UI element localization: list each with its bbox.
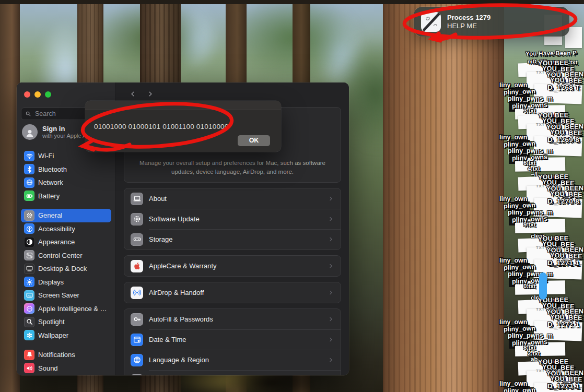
chevron-right-icon xyxy=(328,236,334,243)
settings-row-label: About xyxy=(149,195,167,203)
history-nav xyxy=(129,90,155,98)
notification-title: Process 1279 xyxy=(447,14,490,22)
sidebar-item-label: Wi-Fi xyxy=(38,152,54,160)
sidebar-item-bluetooth[interactable]: Bluetooth xyxy=(21,163,111,176)
wifi-tile xyxy=(24,151,34,161)
key-tile xyxy=(131,313,143,326)
binary-alert-dialog: 01001000 01000101 01001100 01010000 OK xyxy=(85,101,281,152)
chevron-right-icon xyxy=(328,289,334,296)
dialog-titlebar xyxy=(85,101,281,110)
notification-body: HELP ME xyxy=(447,22,490,30)
sidebar-item-general[interactable]: General xyxy=(21,209,111,222)
sign-in-text: Sign in with your Apple A xyxy=(42,125,86,139)
settings-row-label: Software Update xyxy=(149,215,200,223)
appearance-icon xyxy=(26,238,33,246)
sidebar-item-screen-saver[interactable]: Screen Saver xyxy=(21,289,111,302)
appearance-tile xyxy=(24,237,34,247)
sidebar-item-control-center[interactable]: Control Center xyxy=(21,249,111,263)
ok-button[interactable]: OK xyxy=(238,135,270,146)
settings-row-software-update[interactable]: Software Update xyxy=(124,209,341,229)
window-controls xyxy=(24,91,51,98)
settings-row-storage[interactable]: Storage xyxy=(124,229,341,250)
sign-in-row[interactable]: Sign in with your Apple A xyxy=(22,124,86,140)
minimize-button[interactable] xyxy=(34,91,41,98)
settings-row-about[interactable]: About xyxy=(124,188,341,209)
close-button[interactable] xyxy=(24,91,30,98)
sidebar-item-label: Network xyxy=(38,179,63,186)
settings-row-label: AppleCare & Warranty xyxy=(149,262,217,270)
sidebar-item-battery[interactable]: Battery xyxy=(21,189,111,203)
speaker-tile xyxy=(24,363,34,373)
sun-icon xyxy=(26,278,33,286)
sidebar-nav: Wi-FiBluetoothNetworkBatteryGeneralAcces… xyxy=(21,149,111,375)
chevron-right-icon xyxy=(328,236,334,243)
laptop-icon xyxy=(133,194,142,203)
sidebar-item-network[interactable]: Network xyxy=(21,176,111,189)
settings-card: AppleCare & Warranty xyxy=(124,255,341,277)
drive-tile xyxy=(131,233,143,246)
sidebar-item-desktop-dock[interactable]: Desktop & Dock xyxy=(21,262,111,276)
accessibility-icon xyxy=(26,225,33,233)
globe-icon xyxy=(26,179,33,186)
chevron-right-icon xyxy=(328,316,334,323)
sidebar-group: NotificationsSound xyxy=(21,348,111,375)
chevron-right-icon xyxy=(328,336,334,343)
notification-text: Process 1279 HELP ME xyxy=(447,14,490,30)
flower-icon xyxy=(26,331,33,339)
sidebar-item-displays[interactable]: Displays xyxy=(21,276,111,289)
pwned-file-cascade: You Have Been PmD_TZzvneouLtxtTXTTXTYOU … xyxy=(499,4,584,392)
gear-icon xyxy=(133,215,142,223)
drive-icon xyxy=(133,235,142,244)
chevron-right-icon xyxy=(328,316,334,323)
frame-icon xyxy=(26,291,33,299)
bell-tile xyxy=(24,350,34,360)
chevron-right-icon xyxy=(328,216,334,222)
sidebar-item-wallpaper[interactable]: Wallpaper xyxy=(21,329,111,342)
sidebar-item-label: Screen Saver xyxy=(38,291,79,299)
zoom-button[interactable] xyxy=(45,91,51,98)
sidebar-item-apple-intelligence-siri[interactable]: Apple Intelligence & Siri xyxy=(21,302,111,316)
forward-icon[interactable] xyxy=(146,90,155,98)
gear-icon xyxy=(26,211,33,219)
settings-row-label: AirDrop & Handoff xyxy=(149,289,204,296)
toggles-icon xyxy=(26,252,33,259)
settings-card: AboutSoftware UpdateStorage xyxy=(124,188,341,250)
settings-groups: AboutSoftware UpdateStorageAppleCare & W… xyxy=(124,188,341,375)
bell-icon xyxy=(26,351,33,359)
cascade-text: 3.txt xyxy=(523,108,536,114)
globegrid-icon xyxy=(133,355,142,364)
back-icon[interactable] xyxy=(129,90,137,98)
window-tile xyxy=(24,264,34,274)
settings-row-airdrop-handoff[interactable]: AirDrop & Handoff xyxy=(124,282,341,303)
sidebar-group: GeneralAccessibilityAppearanceControl Ce… xyxy=(21,209,111,342)
sign-in-subtitle: with your Apple A xyxy=(42,133,86,139)
sun-tile xyxy=(24,277,34,287)
airdrop-icon xyxy=(133,288,142,297)
sidebar-item-label: Apple Intelligence & Siri xyxy=(38,305,108,313)
settings-row-label: Storage xyxy=(149,235,173,243)
settings-row-date-time[interactable]: Date & Time xyxy=(124,329,341,350)
sidebar-item-notifications[interactable]: Notifications xyxy=(21,348,111,362)
desktop-screen: You Have Been PmD_TZzvneouLtxtTXTTXTYOU … xyxy=(0,0,584,392)
settings-row-autofill-passwords[interactable]: AutoFill & Passwords xyxy=(124,309,341,329)
sidebar-item-label: Control Center xyxy=(38,252,83,259)
battery-icon xyxy=(26,192,33,200)
cascade-text: D_1271 1 xyxy=(547,259,579,267)
sidebar-item-sound[interactable]: Sound xyxy=(21,362,111,375)
sidebar-item-accessibility[interactable]: Accessibility xyxy=(21,222,111,236)
settings-row-language-region[interactable]: Language & Region xyxy=(124,350,341,370)
apple-icon xyxy=(133,262,142,270)
blue-fragment xyxy=(539,272,547,300)
chevron-right-icon xyxy=(328,263,334,269)
settings-card: AirDrop & Handoff xyxy=(124,282,341,303)
sign-in-title: Sign in xyxy=(42,125,86,133)
key-icon xyxy=(133,315,142,324)
settings-row-login-items-extensions[interactable]: Login Items & Extensions xyxy=(124,370,341,375)
sidebar-item-appearance[interactable]: Appearance xyxy=(21,235,111,249)
settings-row-label: Language & Region xyxy=(149,356,209,364)
cascade-text: D_1272 1 xyxy=(547,320,579,328)
sidebar-item-spotlight[interactable]: Spotlight xyxy=(21,315,111,329)
chevron-right-icon xyxy=(328,357,334,363)
notification-banner[interactable]: Process 1279 HELP ME xyxy=(414,7,569,37)
settings-row-applecare-warranty[interactable]: AppleCare & Warranty xyxy=(124,256,341,276)
